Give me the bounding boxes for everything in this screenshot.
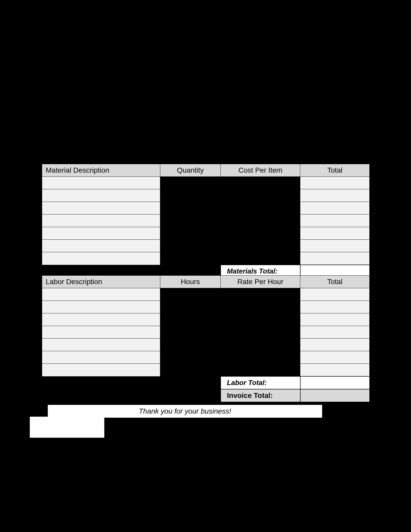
materials-header-row: Material Description Quantity Cost Per I… — [42, 164, 370, 177]
materials-body: Materials Total: — [42, 177, 370, 278]
materials-table-wrap: Material Description Quantity Cost Per I… — [42, 164, 369, 278]
labor-table-wrap: Labor Description Hours Rate Per Hour To… — [42, 275, 369, 402]
footer-box — [30, 417, 104, 438]
labor-total-label: Labor Total: — [221, 376, 300, 389]
invoice-total-label: Invoice Total: — [221, 389, 300, 402]
labor-header-row: Labor Description Hours Rate Per Hour To… — [42, 276, 370, 288]
labor-row — [42, 301, 370, 313]
col-labor-total: Total — [300, 276, 370, 288]
invoice-total-value — [300, 389, 370, 402]
labor-total-row: Labor Total: — [42, 376, 370, 389]
materials-row — [42, 214, 370, 227]
invoice-page: Material Description Quantity Cost Per I… — [0, 0, 411, 532]
col-material-cost: Cost Per Item — [221, 164, 300, 177]
col-material-desc: Material Description — [42, 164, 160, 177]
labor-row — [42, 364, 370, 377]
thank-you-message: Thank you for your business! — [48, 405, 322, 418]
labor-body: Labor Total: Invoice Total: — [42, 288, 370, 402]
col-labor-desc: Labor Description — [42, 276, 160, 288]
col-labor-hours: Hours — [160, 276, 221, 288]
materials-row — [42, 202, 370, 214]
materials-table: Material Description Quantity Cost Per I… — [42, 164, 370, 278]
materials-row — [42, 189, 370, 202]
materials-row — [42, 252, 370, 265]
labor-table: Labor Description Hours Rate Per Hour To… — [42, 275, 370, 402]
labor-row — [42, 339, 370, 351]
labor-row — [42, 288, 370, 301]
invoice-total-row: Invoice Total: — [42, 389, 370, 402]
col-material-qty: Quantity — [160, 164, 221, 177]
col-material-total: Total — [300, 164, 370, 177]
col-labor-rate: Rate Per Hour — [221, 276, 300, 288]
labor-row — [42, 313, 370, 326]
materials-row — [42, 240, 370, 252]
labor-row — [42, 326, 370, 339]
labor-row — [42, 351, 370, 364]
labor-total-value — [300, 376, 370, 389]
materials-row — [42, 177, 370, 189]
materials-row — [42, 227, 370, 240]
